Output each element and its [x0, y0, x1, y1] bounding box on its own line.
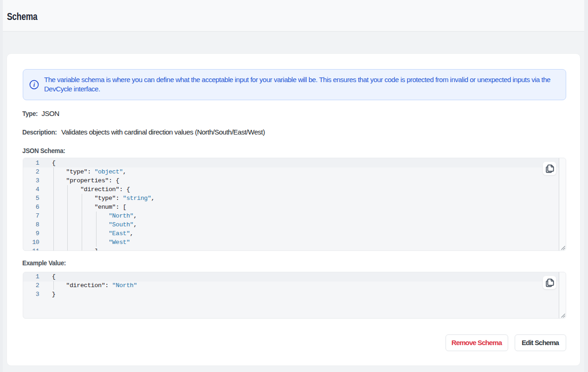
svg-text:i: i: [33, 82, 35, 88]
